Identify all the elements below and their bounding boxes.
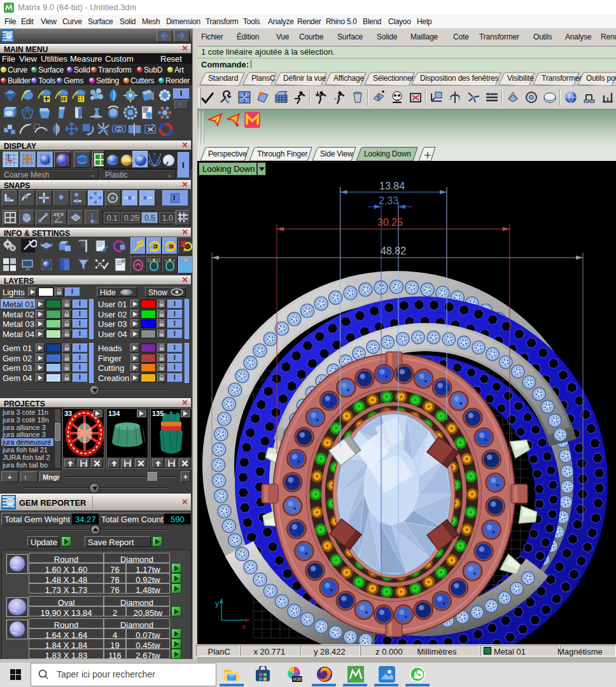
svg-text:y: y [215, 599, 219, 608]
svg-text:13.84: 13.84 [379, 181, 405, 191]
svg-text:x: x [242, 622, 246, 631]
svg-text:48.82: 48.82 [381, 246, 406, 256]
svg-text:30.25: 30.25 [377, 217, 403, 228]
svg-text:2.33: 2.33 [379, 195, 398, 206]
svg-text:M365: M365 [293, 677, 303, 681]
